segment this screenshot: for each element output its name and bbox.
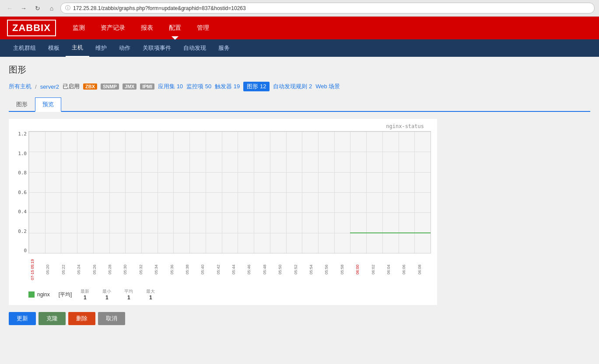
x-label-0540: 05:40 xyxy=(200,254,216,285)
web-scenarios-link[interactable]: Web 场景 xyxy=(315,83,340,90)
browser-bar: ← → ↻ ⌂ ⓘ 172.25.28.1/zabbix/graphs.php?… xyxy=(0,0,599,17)
x-label-0554: 05:54 xyxy=(309,254,324,285)
x-label-0526: 05:26 xyxy=(92,254,108,285)
y-label-04: 0.4 xyxy=(18,209,27,215)
badge-ipmi: IPMI xyxy=(140,83,154,90)
x-label-0538: 05:38 xyxy=(185,254,200,285)
home-button[interactable]: ⌂ xyxy=(46,3,57,14)
discovery-rules-link[interactable]: 自动发现规则 2 xyxy=(273,83,312,90)
nav-reports[interactable]: 报表 xyxy=(133,18,161,38)
subnav-services[interactable]: 服务 xyxy=(212,39,236,57)
subnav-discovery[interactable]: 自动发现 xyxy=(177,39,212,57)
legend-name: nginx xyxy=(37,291,50,298)
tab-graphs[interactable]: 图形 xyxy=(9,97,35,112)
subnav-host-groups[interactable]: 主机群组 xyxy=(7,39,42,57)
nav-monitor[interactable]: 监测 xyxy=(65,18,93,38)
update-button[interactable]: 更新 xyxy=(9,312,36,325)
legend-stats: 最新 1 最小 1 平均 1 最大 1 xyxy=(81,288,155,301)
y-label-00: 0 xyxy=(24,248,27,253)
x-label-0606: 06:06 xyxy=(402,254,417,285)
nav-assets[interactable]: 资产记录 xyxy=(93,18,133,38)
apps-link[interactable]: 应用集 10 xyxy=(158,83,183,90)
y-label-02: 0.2 xyxy=(18,229,27,234)
x-label-0544: 05:44 xyxy=(231,254,247,285)
graph-container: nginx-status 1.2 1.0 0.8 0.6 0.4 0.2 0 xyxy=(9,119,437,305)
x-label-0542: 05:42 xyxy=(216,254,231,285)
legend-item-nginx: nginx xyxy=(28,291,50,298)
url-text: 172.25.28.1/zabbix/graphs.php?form=updat… xyxy=(73,5,246,11)
main-nav: 监测 资产记录 报表 配置 管理 xyxy=(65,18,217,38)
zabbix-logo: ZABBIX xyxy=(7,20,56,36)
graph-area: 1.2 1.0 0.8 0.6 0.4 0.2 0 xyxy=(13,131,433,253)
refresh-button[interactable]: ↻ xyxy=(32,3,43,14)
x-label-0608: 06:08 xyxy=(417,254,433,285)
all-hosts-link[interactable]: 所有主机 xyxy=(9,83,32,90)
forward-button[interactable]: → xyxy=(18,3,29,14)
triggers-link[interactable]: 触发器 19 xyxy=(215,83,240,90)
badge-jmx: JMX xyxy=(123,83,137,90)
delete-button[interactable]: 删除 xyxy=(68,312,95,325)
x-label-date: 07-15 05:19 xyxy=(30,254,46,285)
enabled-label: 已启用 xyxy=(63,83,80,90)
graph-canvas xyxy=(28,131,431,253)
y-axis: 1.2 1.0 0.8 0.6 0.4 0.2 0 xyxy=(13,131,28,253)
legend-stat-avg: 平均 1 xyxy=(124,288,133,301)
nav-config[interactable]: 配置 xyxy=(161,18,189,38)
graph-title: nginx-status xyxy=(13,123,433,129)
clone-button[interactable]: 克隆 xyxy=(39,312,66,325)
tabs-bar: 图形 预览 xyxy=(9,97,590,112)
badge-snmp: SNMP xyxy=(101,83,119,90)
x-label-0530: 05:30 xyxy=(123,254,138,285)
x-label-0548: 05:48 xyxy=(263,254,278,285)
subnav-corr-events[interactable]: 关联项事件 xyxy=(137,39,177,57)
cancel-button[interactable]: 取消 xyxy=(98,312,125,325)
legend-stat-min: 最小 1 xyxy=(102,288,111,301)
x-label-0602: 06:02 xyxy=(371,254,386,285)
legend-label: [平均] xyxy=(59,291,72,298)
url-info-icon: ⓘ xyxy=(65,4,70,12)
back-button[interactable]: ← xyxy=(4,3,15,14)
subnav-hosts[interactable]: 主机 xyxy=(66,39,89,57)
page-content: 图形 所有主机 / server2 已启用 ZBX SNMP JMX IPMI … xyxy=(0,57,599,360)
y-label-06: 0.6 xyxy=(18,190,27,195)
graphs-link[interactable]: 图形 12 xyxy=(243,82,270,91)
action-buttons: 更新 克隆 删除 取消 xyxy=(9,312,590,325)
y-label-08: 0.8 xyxy=(18,170,27,176)
y-label-10: 1.0 xyxy=(18,151,27,156)
x-label-0552: 05:52 xyxy=(294,254,309,285)
legend-stat-max: 最大 1 xyxy=(146,288,155,301)
breadcrumb-separator: / xyxy=(35,83,37,90)
x-label-0536: 05:36 xyxy=(170,254,185,285)
x-label-0604: 06:04 xyxy=(386,254,402,285)
x-label-0558: 05:58 xyxy=(340,254,355,285)
page-title: 图形 xyxy=(9,64,590,76)
x-label-0520: 05:20 xyxy=(46,254,61,285)
x-label-0550: 05:50 xyxy=(278,254,293,285)
x-label-0546: 05:46 xyxy=(247,254,262,285)
current-host-link[interactable]: server2 xyxy=(40,83,59,90)
x-label-0532: 05:32 xyxy=(139,254,154,285)
data-line-nginx xyxy=(350,232,431,233)
sub-nav: 主机群组 模板 主机 维护 动作 关联项事件 自动发现 服务 xyxy=(0,39,599,57)
x-label-0522: 05:22 xyxy=(61,254,77,285)
nav-admin[interactable]: 管理 xyxy=(189,18,217,38)
subnav-templates[interactable]: 模板 xyxy=(42,39,66,57)
graph-legend: nginx [平均] 最新 1 最小 1 平均 1 最大 1 xyxy=(28,288,433,301)
x-label-0556: 05:56 xyxy=(324,254,340,285)
x-label-0524: 05:24 xyxy=(77,254,92,285)
badge-zbx: ZBX xyxy=(83,83,97,90)
y-label-12: 1.2 xyxy=(18,131,27,137)
legend-stat-latest: 最新 1 xyxy=(81,288,89,301)
legend-color-nginx xyxy=(28,291,35,298)
x-label-0528: 05:28 xyxy=(108,254,123,285)
x-label-0534: 05:34 xyxy=(154,254,169,285)
host-info-bar: 所有主机 / server2 已启用 ZBX SNMP JMX IPMI 应用集… xyxy=(9,82,590,91)
url-bar[interactable]: ⓘ 172.25.28.1/zabbix/graphs.php?form=upd… xyxy=(60,3,595,14)
tab-preview[interactable]: 预览 xyxy=(35,97,61,112)
items-link[interactable]: 监控项 50 xyxy=(186,83,211,90)
subnav-actions[interactable]: 动作 xyxy=(113,39,137,57)
x-label-0600: 06:00 xyxy=(355,254,371,285)
subnav-maintenance[interactable]: 维护 xyxy=(89,39,113,57)
zabbix-header: ZABBIX 监测 资产记录 报表 配置 管理 xyxy=(0,17,599,39)
